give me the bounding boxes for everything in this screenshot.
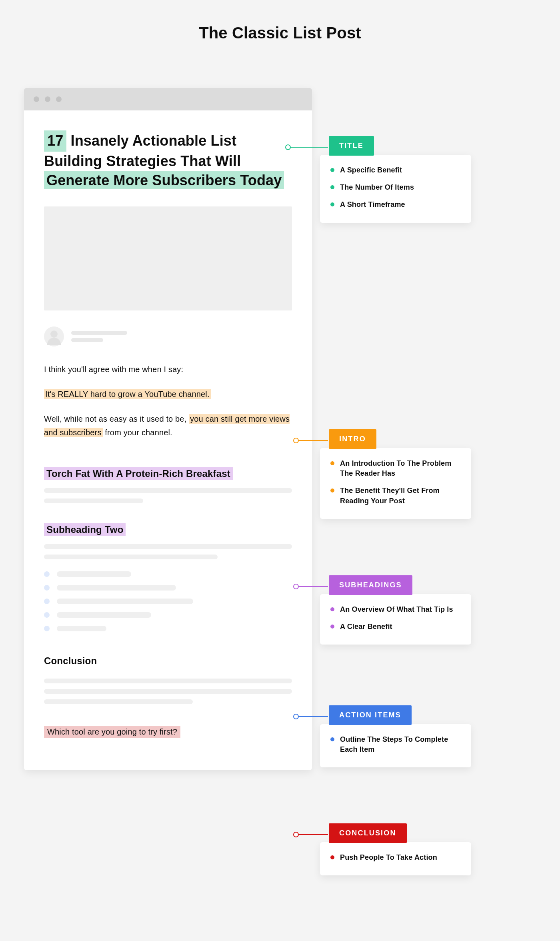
browser-titlebar xyxy=(24,88,312,110)
annotation-tag: CONCLUSION xyxy=(329,823,407,843)
browser-body: 17 Insanely Actionable List Building Str… xyxy=(24,110,312,770)
annotation-card: Outline The Steps To Complete Each Item xyxy=(320,724,471,767)
action-items-list xyxy=(44,571,292,631)
author-row xyxy=(44,326,292,346)
annotation-card: A Specific Benefit The Number Of Items A… xyxy=(320,155,471,223)
hero-image-placeholder xyxy=(44,206,292,310)
placeholder-text xyxy=(44,544,292,559)
intro-highlight-1: It's REALLY hard to grow a YouTube chann… xyxy=(44,387,292,401)
conclusion-heading: Conclusion xyxy=(44,655,292,667)
bullet-icon xyxy=(44,599,50,604)
annotation-tag: SUBHEADINGS xyxy=(329,575,412,595)
annotation-card: Push People To Take Action xyxy=(320,842,471,875)
annotation-title: TITLE A Specific Benefit The Number Of I… xyxy=(320,136,471,223)
annotation-card: An Overview Of What That Tip Is A Clear … xyxy=(320,594,471,645)
title-number-highlight: 17 xyxy=(44,130,66,152)
bullet-icon xyxy=(44,612,50,618)
page-title: The Classic List Post xyxy=(0,24,560,42)
browser-mockup: 17 Insanely Actionable List Building Str… xyxy=(24,88,312,770)
annotation-intro: INTRO An Introduction To The Problem The… xyxy=(320,429,471,519)
annotation-tag: ACTION ITEMS xyxy=(329,705,412,725)
annotation-tag: INTRO xyxy=(329,429,376,449)
bullet-icon xyxy=(44,571,50,577)
title-text: Insanely Actionable List Building Strate… xyxy=(44,132,241,169)
bullet-icon xyxy=(44,626,50,631)
intro-line: I think you'll agree with me when I say: xyxy=(44,362,292,376)
author-meta-placeholder xyxy=(71,331,127,342)
annotation-action-items: ACTION ITEMS Outline The Steps To Comple… xyxy=(320,705,471,767)
annotation-tag: TITLE xyxy=(329,136,374,156)
avatar-icon xyxy=(44,326,64,346)
annotation-conclusion: CONCLUSION Push People To Take Action xyxy=(320,823,471,875)
title-benefit-highlight: Generate More Subscribers Today xyxy=(44,171,284,189)
annotation-subheadings: SUBHEADINGS An Overview Of What That Tip… xyxy=(320,575,471,645)
subheading-1: Torch Fat With A Protein-Rich Breakfast xyxy=(44,467,292,480)
conclusion-cta-highlight: Which tool are you going to try first? xyxy=(44,726,180,738)
bullet-icon xyxy=(44,585,50,591)
window-dot-icon xyxy=(56,96,62,102)
intro-paragraph: Well, while not as easy as it used to be… xyxy=(44,412,292,439)
subheading-2: Subheading Two xyxy=(44,523,292,536)
window-dot-icon xyxy=(34,96,39,102)
article-title: 17 Insanely Actionable List Building Str… xyxy=(44,130,292,190)
window-dot-icon xyxy=(45,96,50,102)
placeholder-text xyxy=(44,488,292,503)
placeholder-text xyxy=(44,679,292,704)
annotation-card: An Introduction To The Problem The Reade… xyxy=(320,448,471,519)
